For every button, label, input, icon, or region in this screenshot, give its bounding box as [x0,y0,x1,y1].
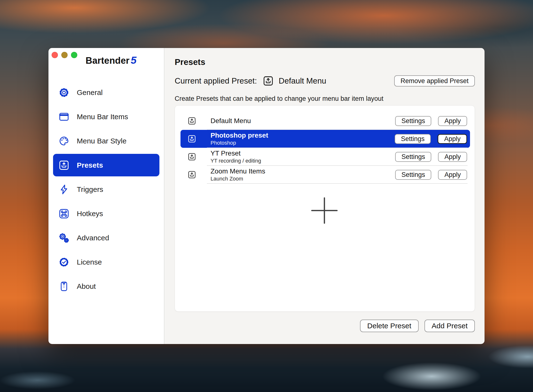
gear-icon [58,86,70,99]
preset-row[interactable]: Zoom Menu Items Launch Zoom Settings App… [180,166,470,184]
preset-row[interactable]: Default Menu Settings Apply [180,112,470,130]
preset-row-icon [187,170,196,179]
close-button[interactable] [52,52,58,58]
add-preset-plus-icon[interactable] [311,197,338,224]
bolt-icon [58,183,70,196]
preset-row[interactable]: Photoshop preset Photoshop Settings Appl… [180,130,470,148]
preset-subtitle: Launch Zoom [211,176,265,182]
minimize-button[interactable] [61,52,68,58]
license-icon [58,256,70,268]
app-title-name: Bartender [86,55,129,66]
advanced-icon [58,232,70,244]
preset-name: YT Preset [211,149,261,157]
app-title-version: 5 [131,54,137,66]
preset-row-icon [187,152,196,161]
preset-row-icon [187,134,196,143]
sidebar-item-advanced[interactable]: Advanced [53,227,159,249]
sidebar-item-presets[interactable]: Presets [53,154,159,176]
footer-buttons: Delete Preset Add Preset [175,320,475,332]
apply-button[interactable]: Apply [438,116,467,126]
sidebar-item-label: Hotkeys [77,210,103,218]
preset-name: Default Menu [211,117,251,125]
applied-preset-icon [262,75,274,86]
command-icon [58,208,70,220]
preset-name: Zoom Menu Items [211,167,265,175]
sidebar: Bartender5 General Menu Bar Items Menu B… [48,48,164,344]
sidebar-item-general[interactable]: General [53,81,159,104]
current-applied-row: Current applied Preset: Default Menu Rem… [175,74,475,88]
remove-applied-preset-button[interactable]: Remove applied Preset [394,75,475,86]
traffic-lights [52,52,77,58]
settings-button[interactable]: Settings [395,116,431,126]
presets-card: Default Menu Settings Apply Photoshop pr… [175,105,475,312]
settings-button[interactable]: Settings [395,134,431,144]
delete-preset-button[interactable]: Delete Preset [360,320,419,332]
sidebar-item-label: License [77,258,102,266]
sidebar-item-license[interactable]: License [53,251,159,273]
sidebar-item-label: Advanced [77,234,109,242]
sidebar-item-label: Menu Bar Items [77,113,128,121]
sidebar-item-label: Presets [77,161,103,169]
sidebar-item-triggers[interactable]: Triggers [53,178,159,201]
add-preset-button[interactable]: Add Preset [424,320,475,332]
apply-button[interactable]: Apply [438,152,467,162]
preset-list: Default Menu Settings Apply Photoshop pr… [175,112,475,184]
preset-subtitle: Photoshop [211,140,268,146]
zoom-button[interactable] [71,52,77,58]
preset-row-icon [187,116,196,125]
sidebar-item-label: Menu Bar Style [77,137,126,145]
apply-button[interactable]: Apply [438,134,467,144]
current-applied-value: Default Menu [279,76,326,86]
settings-button[interactable]: Settings [395,152,431,162]
palette-icon [58,135,70,147]
sidebar-item-hotkeys[interactable]: Hotkeys [53,202,159,225]
sidebar-item-label: Triggers [77,185,103,194]
preset-name: Photoshop preset [211,132,268,139]
main-content: Presets Current applied Preset: Default … [164,48,485,344]
preset-icon [58,159,70,171]
sidebar-item-menu-bar-style[interactable]: Menu Bar Style [53,130,159,152]
preset-subtitle: YT recording / editing [211,158,261,164]
page-title: Presets [175,57,475,67]
about-icon [58,280,70,292]
sidebar-item-label: General [77,88,103,97]
settings-button[interactable]: Settings [395,170,431,180]
apply-button[interactable]: Apply [438,170,467,180]
presets-description: Create Presets that can be applied to ch… [175,95,475,102]
sidebar-item-menu-bar-items[interactable]: Menu Bar Items [53,105,159,128]
sidebar-item-about[interactable]: About [53,275,159,298]
sidebar-item-label: About [77,282,96,290]
menubar-icon [58,111,70,123]
sidebar-nav: General Menu Bar Items Menu Bar Style Pr… [48,81,164,298]
preset-row[interactable]: YT Preset YT recording / editing Setting… [180,148,470,166]
current-applied-label: Current applied Preset: [175,76,257,86]
bartender-window: Bartender5 General Menu Bar Items Menu B… [48,48,485,344]
